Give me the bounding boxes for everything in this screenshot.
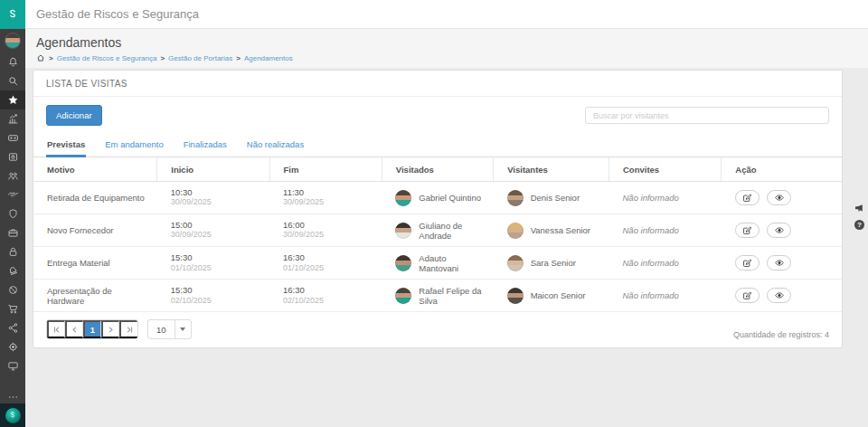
- fim-hora: 16:30: [283, 285, 373, 295]
- bell-icon[interactable]: [0, 52, 25, 71]
- edit-button[interactable]: [735, 255, 760, 270]
- view-button[interactable]: [767, 190, 791, 205]
- cell-fim: 16:30 02/10/2025: [269, 280, 382, 312]
- search-input[interactable]: [585, 107, 829, 124]
- table-header-row: Motivo Inicio Fim Visitados Visitantes C…: [33, 157, 842, 182]
- breadcrumb-separator: >: [49, 54, 53, 62]
- help-icon[interactable]: ?: [854, 220, 864, 230]
- senior-footer-logo-icon: [0, 403, 25, 427]
- edit-button[interactable]: [735, 223, 760, 238]
- home-icon[interactable]: [36, 53, 45, 62]
- target-icon[interactable]: [0, 337, 25, 356]
- user-avatar[interactable]: [0, 29, 25, 52]
- top-header: Gestão de Riscos e Segurança: [25, 0, 868, 29]
- blocked-icon[interactable]: [0, 280, 25, 299]
- cell-acao: [722, 280, 842, 312]
- view-button[interactable]: [767, 288, 791, 303]
- right-rail: ?: [852, 29, 868, 427]
- senior-logo-icon[interactable]: [0, 0, 25, 29]
- cell-inicio: 15:30 01/10/2025: [157, 247, 269, 280]
- cell-acao: [722, 182, 842, 214]
- breadcrumb: > Gestão de Riscos e Segurança > Gestão …: [36, 53, 857, 62]
- people-icon[interactable]: [0, 166, 25, 185]
- add-button[interactable]: Adicionar: [46, 105, 102, 126]
- page-size-select[interactable]: 10: [147, 319, 192, 339]
- handshake-icon[interactable]: [0, 185, 25, 204]
- table-row: Apresentação de Hardware 15:30 02/10/202…: [33, 280, 842, 312]
- first-page-button[interactable]: [47, 320, 65, 338]
- col-visitantes: Visitantes: [494, 157, 609, 182]
- cell-acao: [722, 214, 842, 247]
- breadcrumb-link-riscos[interactable]: Gestão de Riscos e Segurança: [57, 54, 157, 62]
- tab-finalizadas[interactable]: Finalizadas: [183, 134, 228, 157]
- announcement-icon[interactable]: [854, 201, 864, 217]
- briefcase-icon[interactable]: [0, 223, 25, 242]
- badge-icon[interactable]: [0, 128, 25, 147]
- cell-visitado: Adauto Mantovani: [382, 247, 493, 280]
- inicio-hora: 15:30: [171, 252, 260, 262]
- inicio-hora: 15:30: [171, 285, 260, 295]
- fim-hora: 16:00: [283, 220, 373, 230]
- sidebar: [0, 0, 25, 427]
- fim-data: 30/09/2025: [283, 197, 373, 208]
- view-button[interactable]: [767, 255, 791, 270]
- cell-visitante: Sara Senior: [494, 247, 609, 280]
- visitante-nome: Maicon Senior: [531, 290, 586, 300]
- cell-fim: 11:30 30/09/2025: [269, 182, 382, 214]
- cell-fim: 16:30 01/10/2025: [269, 247, 382, 280]
- tab-em-andamento[interactable]: Em andamento: [104, 134, 164, 157]
- visitado-nome: Gabriel Quintino: [419, 193, 481, 203]
- tab-nao-realizadas[interactable]: Não realizadas: [246, 134, 305, 157]
- search-icon[interactable]: [0, 71, 25, 90]
- fim-hora: 16:30: [283, 252, 373, 262]
- fim-data: 30/09/2025: [283, 230, 373, 241]
- visits-table-body: Retirada de Equipamento 10:30 30/09/2025…: [33, 182, 842, 312]
- convites-value: Não informado: [623, 193, 679, 203]
- convites-value: Não informado: [623, 290, 679, 300]
- breadcrumb-link-portarias[interactable]: Gestão de Portarias: [168, 54, 232, 62]
- visitado-avatar: [395, 223, 411, 239]
- col-fim: Fim: [269, 157, 382, 182]
- page-title: Agendamentos: [36, 35, 857, 50]
- page-size-value: 10: [148, 325, 175, 335]
- inicio-hora: 10:30: [171, 187, 260, 197]
- col-inicio: Inicio: [157, 157, 269, 182]
- cart-icon[interactable]: [0, 299, 25, 318]
- edit-button[interactable]: [735, 190, 760, 205]
- cell-inicio: 15:00 30/09/2025: [157, 214, 269, 247]
- vault-icon[interactable]: [0, 147, 25, 166]
- cell-convites: Não informado: [609, 182, 722, 214]
- more-icon[interactable]: [0, 391, 25, 403]
- fim-data: 01/10/2025: [283, 263, 373, 274]
- tabs: Previstas Em andamento Finalizadas Não r…: [33, 134, 842, 157]
- inicio-hora: 15:00: [171, 220, 260, 230]
- last-page-button[interactable]: [119, 320, 137, 338]
- card-footer: 1 10 Quantidade de registros: 4: [33, 312, 842, 347]
- cell-visitado: Gabriel Quintino: [382, 182, 493, 214]
- cell-motivo: Apresentação de Hardware: [33, 280, 157, 312]
- prev-page-button[interactable]: [65, 320, 83, 338]
- page-head: Agendamentos > Gestão de Riscos e Segura…: [25, 29, 868, 68]
- shield-icon[interactable]: [0, 204, 25, 223]
- pagination: 1: [46, 319, 138, 339]
- records-summary: Quantidade de registros: 4: [733, 330, 829, 339]
- tab-previstas[interactable]: Previstas: [46, 134, 86, 157]
- table-row: Retirada de Equipamento 10:30 30/09/2025…: [33, 182, 842, 214]
- alarm-icon[interactable]: [0, 261, 25, 280]
- inicio-data: 01/10/2025: [171, 263, 260, 274]
- cell-visitado: Rafael Felipe da Silva: [382, 280, 493, 312]
- edit-button[interactable]: [735, 288, 760, 303]
- breadcrumb-current: Agendamentos: [244, 54, 293, 62]
- view-button[interactable]: [767, 223, 791, 238]
- cell-visitante: Vanessa Senior: [494, 214, 609, 247]
- col-acao: Ação: [722, 157, 842, 182]
- visitante-nome: Denis Senior: [531, 193, 580, 203]
- lock-icon[interactable]: [0, 242, 25, 261]
- next-page-button[interactable]: [101, 320, 119, 338]
- analytics-chart-icon[interactable]: [0, 109, 25, 128]
- page-number-button[interactable]: 1: [83, 320, 101, 338]
- share-icon[interactable]: [0, 318, 25, 337]
- monitor-icon[interactable]: [0, 356, 25, 375]
- favorites-star-icon[interactable]: [0, 90, 25, 109]
- convites-value: Não informado: [623, 258, 679, 268]
